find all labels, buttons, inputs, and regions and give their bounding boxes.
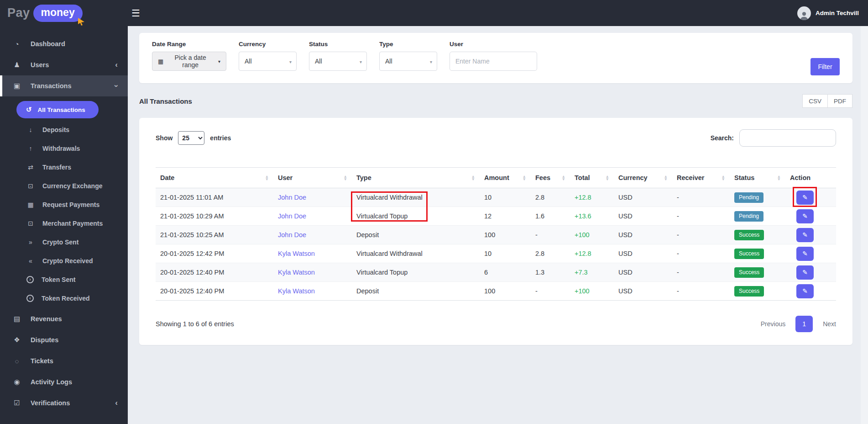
caret-down-icon: ▾ [289,59,292,64]
status-badge: Success [734,230,764,240]
user-link[interactable]: Kyla Watson [278,250,315,257]
sidebar-subitem-deposits[interactable]: ↓ Deposits [0,120,128,139]
column-header-total[interactable]: Total ▴▾ [570,168,614,188]
cell-date: 20-01-2025 12:42 PM [156,244,273,263]
edit-action-button[interactable]: ✎ [796,247,814,261]
sort-icon[interactable]: ▴▾ [266,175,268,180]
subitem-label: Crypto Received [42,257,93,265]
edit-action-button[interactable]: ✎ [796,228,814,242]
sort-icon[interactable]: ▴▾ [562,175,565,180]
sidebar-subitem-crypto-received[interactable]: « Crypto Received [0,251,128,270]
sidebar-subitem-merchant-payments[interactable]: ⊡ Merchant Payments [0,214,128,233]
brand-logo[interactable]: Pay money [0,5,128,22]
cell-date: 20-01-2025 12:40 PM [156,282,273,301]
type-select-value: All [385,58,392,65]
hamburger-menu-icon[interactable]: ☰ [131,8,140,19]
table-row: 21-01-2025 11:01 AM John Doe Virtualcard… [156,188,836,207]
sidebar-item-transactions[interactable]: ▣ Transactions › [0,75,128,96]
cell-currency: USD [614,282,672,301]
cell-receiver: - [672,263,730,282]
sidebar-bottom-group: ▤ Revenues ❖ Disputes ◌ Tickets ◉ Activi… [0,308,128,413]
subitem-label: Withdrawals [42,145,80,152]
sidebar-subitem-withdrawals[interactable]: ↑ Withdrawals [0,139,128,158]
edit-action-button[interactable]: ✎ [796,191,814,205]
arrow-up-icon: ↑ [26,145,35,152]
sidebar-item-label: Disputes [31,336,58,344]
column-header-amount[interactable]: Amount ▴▾ [480,168,531,188]
pdf-export-button[interactable]: PDF [827,94,852,108]
search-input[interactable] [739,129,836,147]
page: Pay money ☰ Admin Techvill ◔ Dashboard [0,0,868,424]
previous-page-button[interactable]: Previous [761,320,785,328]
currency-select[interactable]: All ▾ [239,52,297,71]
sort-icon[interactable]: ▴▾ [472,175,474,180]
sidebar-item-revenues[interactable]: ▤ Revenues [0,308,128,329]
csv-export-button[interactable]: CSV [802,94,828,108]
sidebar-subitem-transfers[interactable]: ⇄ Transfers [0,158,128,176]
column-header-currency[interactable]: Currency ▴▾ [614,168,672,188]
column-header-type[interactable]: Type ▴▾ [352,168,480,188]
cell-fees: 1.6 [531,207,570,226]
user-link[interactable]: John Doe [278,194,306,201]
column-header-user[interactable]: User ▴▾ [273,168,352,188]
currency-select-value: All [245,58,252,65]
sidebar-item-disputes[interactable]: ❖ Disputes [0,329,128,350]
transfer-arrows-icon: ⇄ [26,164,35,171]
user-name-input[interactable] [450,52,537,71]
sidebar-subitem-currency-exchange[interactable]: ⊡ Currency Exchange [0,176,128,195]
sidebar-item-users[interactable]: ♟ Users ‹ [0,54,128,75]
page-size-group: Show 25 entries [156,131,231,145]
book-icon: ▤ [12,315,21,323]
sidebar-item-activity-logs[interactable]: ◉ Activity Logs [0,371,128,392]
spinner-icon: ◌ [12,357,21,365]
cell-currency: USD [614,188,672,207]
cell-currency: USD [614,207,672,226]
status-select[interactable]: All ▾ [309,52,367,71]
arrow-down-icon: ↓ [26,126,35,133]
cell-receiver: - [672,188,730,207]
filter-group-type: Type All ▾ [379,41,437,83]
brand-money-pill: money [33,5,83,22]
user-link[interactable]: Kyla Watson [278,287,315,295]
cell-type: Virtualcard Topup [352,263,480,282]
user-link[interactable]: John Doe [278,212,306,220]
current-page-button[interactable]: 1 [795,316,813,332]
cell-fees: 1.3 [531,263,570,282]
sort-icon[interactable]: ▴▾ [523,175,525,180]
page-size-select[interactable]: 25 [178,131,204,145]
sidebar-subitem-crypto-sent[interactable]: » Crypto Sent [0,233,128,251]
sort-icon[interactable]: ▴▾ [722,175,724,180]
sidebar-subitem-token-sent[interactable]: › Token Sent [0,270,128,289]
cell-currency: USD [614,263,672,282]
sort-icon[interactable]: ▴▾ [344,175,346,180]
sort-icon[interactable]: ▴▾ [664,175,667,180]
column-header-fees[interactable]: Fees ▴▾ [531,168,570,188]
column-header-status[interactable]: Status ▴▾ [730,168,785,188]
sort-icon[interactable]: ▴▾ [606,175,608,180]
filter-button[interactable]: Filter [810,58,840,75]
edit-action-button[interactable]: ✎ [796,265,814,280]
sidebar-subitem-token-received[interactable]: ‹ Token Received [0,289,128,307]
column-header-receiver[interactable]: Receiver ▴▾ [672,168,730,188]
sidebar-item-verifications[interactable]: ☑ Verifications ‹ [0,392,128,413]
next-page-button[interactable]: Next [823,320,836,328]
caret-down-icon: ▾ [430,59,432,64]
column-header-date[interactable]: Date ▴▾ [156,168,273,188]
user-link[interactable]: Kyla Watson [278,269,315,276]
edit-action-button[interactable]: ✎ [796,284,814,298]
subitem-label: All Transactions [38,106,85,113]
sort-icon[interactable]: ▴▾ [778,175,780,180]
sidebar-item-tickets[interactable]: ◌ Tickets [0,350,128,371]
edit-action-button[interactable]: ✎ [796,209,814,223]
date-range-picker-button[interactable]: ▦ Pick a date range ▾ [152,52,226,71]
sidebar-subitem-request-payments[interactable]: ▦ Request Payments [0,195,128,214]
sidebar-item-label: Revenues [31,315,62,323]
admin-profile[interactable]: Admin Techvill [797,6,868,20]
sidebar-subitem-all-transactions-active[interactable]: ↺ All Transactions [16,101,99,118]
scrollbar-track[interactable] [861,26,868,424]
table-header-row: Date ▴▾ User ▴▾ Type ▴▾ Amount ▴▾ Fees ▴… [156,168,836,188]
user-link[interactable]: John Doe [278,231,306,238]
type-select[interactable]: All ▾ [379,52,437,71]
sidebar-item-dashboard[interactable]: ◔ Dashboard [0,33,128,54]
money-bill-icon: ⊡ [26,182,35,190]
